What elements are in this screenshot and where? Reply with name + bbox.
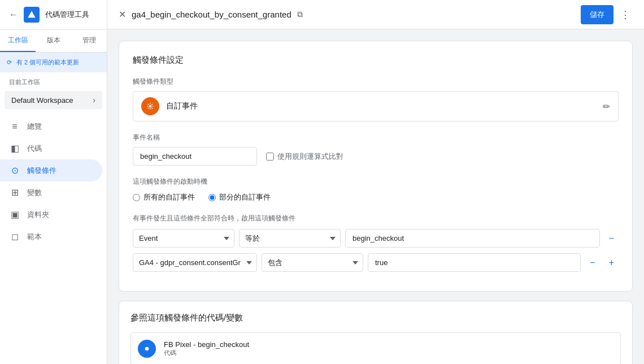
sidebar-item-overview-label: 總覽	[27, 122, 42, 132]
trigger-type-selector[interactable]: 自訂事件 ✏	[133, 91, 619, 122]
workspace-name: Default Workspace	[11, 96, 73, 105]
sidebar-item-triggers[interactable]: ⊙ 觸發條件	[0, 159, 102, 181]
trigger-type-label: 觸發條件類型	[133, 77, 619, 86]
workspace-selector[interactable]: Default Workspace ›	[5, 91, 102, 109]
templates-icon: ◻	[9, 231, 20, 242]
trigger-title: ga4_begin_checkout_by_consent_granted	[132, 10, 291, 19]
ref-item-info: FB Pixel - begin_checkout 代碼	[164, 340, 249, 357]
overview-icon: ≡	[9, 122, 20, 132]
update-icon: ⟳	[7, 59, 12, 66]
sidebar-item-variables[interactable]: ⊞ 變數	[0, 181, 102, 203]
filter-value-1[interactable]	[345, 229, 600, 248]
svg-point-1	[149, 105, 152, 108]
app-logo	[24, 7, 40, 23]
save-button[interactable]: 儲存	[581, 5, 613, 24]
sidebar-nav: ≡ 總覽 ◧ 代碼 ⊙ 觸發條件 ⊞ 變數 ▣ 資料夾 ◻ 範本	[0, 116, 107, 248]
main-header: ✕ ga4_begin_checkout_by_consent_granted …	[107, 0, 644, 29]
trigger-settings-card: 觸發條件設定 觸發條件類型 自訂事件 ✏ 事件名稱 使用規則運算式比對	[119, 41, 633, 292]
app-title: 代碼管理工具	[45, 10, 89, 20]
references-card: 參照這項觸發條件的代碼/變數 FB Pixel - begin_checkout…	[119, 301, 633, 364]
sidebar-tabs: 工作區 版本 管理	[0, 30, 107, 53]
back-icon[interactable]: ←	[9, 10, 18, 20]
chevron-right-icon: ›	[93, 96, 95, 105]
filter-remove-1[interactable]: −	[604, 231, 619, 246]
tab-workspace[interactable]: 工作區	[0, 30, 36, 52]
ref-item-name: FB Pixel - begin_checkout	[164, 340, 249, 349]
event-name-row: 使用規則運算式比對	[133, 147, 619, 166]
radio-some-events[interactable]: 部分的自訂事件	[208, 192, 271, 202]
tab-version[interactable]: 版本	[36, 30, 71, 52]
filter-row-1: Event 等於 −	[133, 229, 619, 248]
main-area: ✕ ga4_begin_checkout_by_consent_granted …	[107, 0, 644, 364]
filter-row-2: GA4 - gdpr_consent.consentGr 包含 − +	[133, 253, 619, 272]
workspace-section-label: 目前工作區	[0, 72, 107, 89]
sidebar-item-overview[interactable]: ≡ 總覽	[0, 116, 102, 137]
reference-item-0[interactable]: FB Pixel - begin_checkout 代碼	[130, 332, 621, 364]
folder-icon[interactable]: ⧉	[297, 10, 303, 19]
content-area: 觸發條件設定 觸發條件類型 自訂事件 ✏ 事件名稱 使用規則運算式比對	[107, 29, 644, 364]
filter-value-2[interactable]	[368, 253, 581, 272]
sidebar-item-folders-label: 資料夾	[27, 210, 49, 220]
ref-item-icon	[138, 340, 156, 358]
update-text: 有 2 個可用的範本更新	[16, 58, 79, 67]
trigger-type-name: 自訂事件	[166, 101, 198, 111]
variables-icon: ⊞	[9, 187, 20, 198]
radio-all-events[interactable]: 所有的自訂事件	[133, 192, 195, 202]
radio-all-label: 所有的自訂事件	[143, 192, 195, 202]
ref-item-type: 代碼	[164, 349, 249, 357]
folders-icon: ▣	[9, 209, 20, 220]
regex-label: 使用規則運算式比對	[277, 151, 343, 162]
sidebar-item-variables-label: 變數	[27, 188, 42, 198]
regex-checkbox[interactable]	[266, 153, 274, 161]
filter-add[interactable]: +	[604, 255, 619, 270]
sidebar: ← 代碼管理工具 工作區 版本 管理 ⟳ 有 2 個可用的範本更新 目前工作區 …	[0, 0, 107, 364]
filter-remove-2[interactable]: −	[585, 255, 599, 270]
sidebar-item-templates-label: 範本	[27, 232, 42, 242]
sidebar-item-tags[interactable]: ◧ 代碼	[0, 137, 102, 159]
references-title: 參照這項觸發條件的代碼/變數	[130, 313, 621, 323]
sidebar-item-triggers-label: 觸發條件	[27, 166, 56, 176]
sidebar-header: ← 代碼管理工具	[0, 0, 107, 30]
header-left: ✕ ga4_begin_checkout_by_consent_granted …	[119, 9, 303, 20]
radio-some-label: 部分的自訂事件	[219, 192, 271, 202]
radio-row: 所有的自訂事件 部分的自訂事件	[133, 192, 619, 202]
radio-some-input[interactable]	[208, 194, 216, 201]
event-name-label: 事件名稱	[133, 133, 619, 142]
sidebar-item-templates[interactable]: ◻ 範本	[0, 226, 102, 248]
radio-all-input[interactable]	[133, 194, 140, 201]
trigger-type-inner: 自訂事件	[141, 97, 198, 115]
tags-icon: ◧	[9, 143, 20, 154]
sidebar-item-folders[interactable]: ▣ 資料夾	[0, 203, 102, 226]
triggers-icon: ⊙	[9, 165, 20, 176]
trigger-settings-title: 觸發條件設定	[133, 55, 619, 66]
more-options-icon[interactable]: ⋮	[618, 6, 633, 23]
event-name-input[interactable]	[133, 147, 257, 166]
edit-trigger-type-icon[interactable]: ✏	[603, 101, 610, 112]
filter-operator-1[interactable]: 等於	[239, 229, 341, 248]
filter-variable-2[interactable]: GA4 - gdpr_consent.consentGr	[133, 253, 257, 272]
svg-point-2	[145, 347, 149, 351]
filter-operator-2[interactable]: 包含	[262, 253, 363, 272]
fire-condition-label: 這項觸發條件的啟動時機	[133, 177, 619, 187]
filter-section-label: 有事件發生且這些條件全部符合時，啟用這項觸發條件	[133, 214, 619, 223]
tab-manage[interactable]: 管理	[71, 30, 107, 52]
svg-marker-0	[28, 11, 35, 18]
header-right: 儲存 ⋮	[581, 5, 633, 24]
trigger-type-icon	[141, 97, 159, 115]
filter-variable-1[interactable]: Event	[133, 229, 234, 248]
close-icon[interactable]: ✕	[119, 9, 126, 20]
sidebar-item-tags-label: 代碼	[27, 144, 42, 154]
update-banner[interactable]: ⟳ 有 2 個可用的範本更新	[0, 53, 107, 72]
regex-row: 使用規則運算式比對	[266, 151, 343, 162]
